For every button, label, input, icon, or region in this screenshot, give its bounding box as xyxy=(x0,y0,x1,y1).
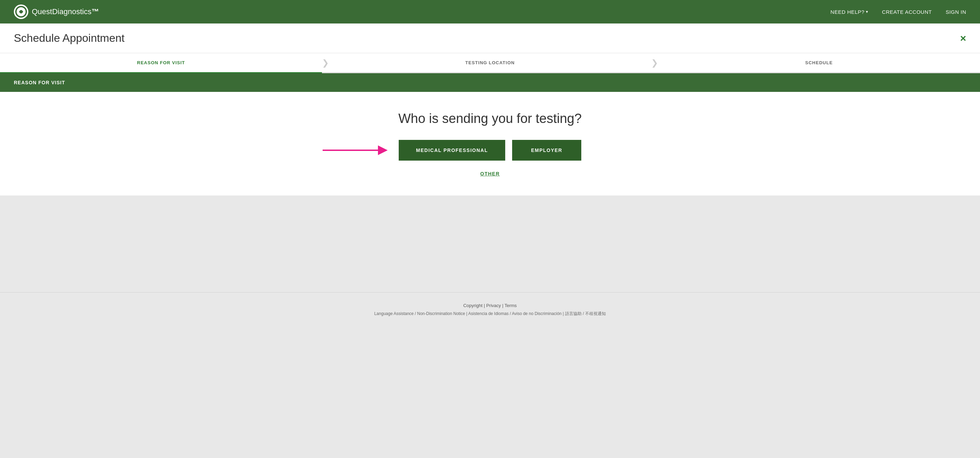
arrow-head xyxy=(378,146,388,155)
footer-privacy-link[interactable]: Privacy xyxy=(486,303,501,308)
close-button[interactable]: × xyxy=(960,32,966,44)
chevron-down-icon: ▾ xyxy=(866,10,868,14)
reason-for-visit-card: Who is sending you for testing? MEDICAL … xyxy=(0,92,980,195)
page-title-bar: Schedule Appointment × xyxy=(0,24,980,53)
page-title: Schedule Appointment xyxy=(14,32,124,44)
footer: Copyright | Privacy | Terms Language Ass… xyxy=(0,292,980,327)
card-question: Who is sending you for testing? xyxy=(398,111,582,126)
create-account-link[interactable]: CREATE ACCOUNT xyxy=(882,9,932,15)
card-buttons: MEDICAL PROFESSIONAL EMPLOYER xyxy=(399,140,581,161)
logo: QuestDiagnostics™ xyxy=(14,5,99,19)
need-help-link[interactable]: NEED HELP? ▾ xyxy=(830,9,868,15)
other-button[interactable]: OTHER xyxy=(480,171,500,176)
main-content: REASON FOR VISIT Who is sending you for … xyxy=(0,73,980,292)
step-schedule[interactable]: SCHEDULE xyxy=(658,53,980,72)
main-header: QuestDiagnostics™ NEED HELP? ▾ CREATE AC… xyxy=(0,0,980,24)
logo-text: QuestDiagnostics™ xyxy=(32,7,99,16)
arrow-annotation xyxy=(323,146,388,155)
steps-bar: REASON FOR VISIT ❯ TESTING LOCATION ❯ SC… xyxy=(0,53,980,73)
step-reason-for-visit[interactable]: REASON FOR VISIT xyxy=(0,53,322,73)
gray-spacer xyxy=(0,195,980,292)
footer-sub-text: Language Assistance / Non-Discrimination… xyxy=(14,311,966,317)
logo-icon xyxy=(14,5,29,19)
step-testing-location[interactable]: TESTING LOCATION xyxy=(329,53,651,72)
step-separator-2: ❯ xyxy=(651,53,658,72)
footer-copyright-link[interactable]: Copyright xyxy=(463,303,483,308)
arrow-line xyxy=(323,149,378,151)
section-header: REASON FOR VISIT xyxy=(0,73,980,92)
sign-in-link[interactable]: SIGN IN xyxy=(946,9,966,15)
employer-button[interactable]: EMPLOYER xyxy=(512,140,581,161)
medical-professional-button[interactable]: MEDICAL PROFESSIONAL xyxy=(399,140,505,161)
header-nav: NEED HELP? ▾ CREATE ACCOUNT SIGN IN xyxy=(830,9,966,15)
footer-links: Copyright | Privacy | Terms xyxy=(14,303,966,308)
step-separator-1: ❯ xyxy=(322,53,329,72)
section-header-text: REASON FOR VISIT xyxy=(14,80,65,85)
footer-terms-link[interactable]: Terms xyxy=(504,303,517,308)
